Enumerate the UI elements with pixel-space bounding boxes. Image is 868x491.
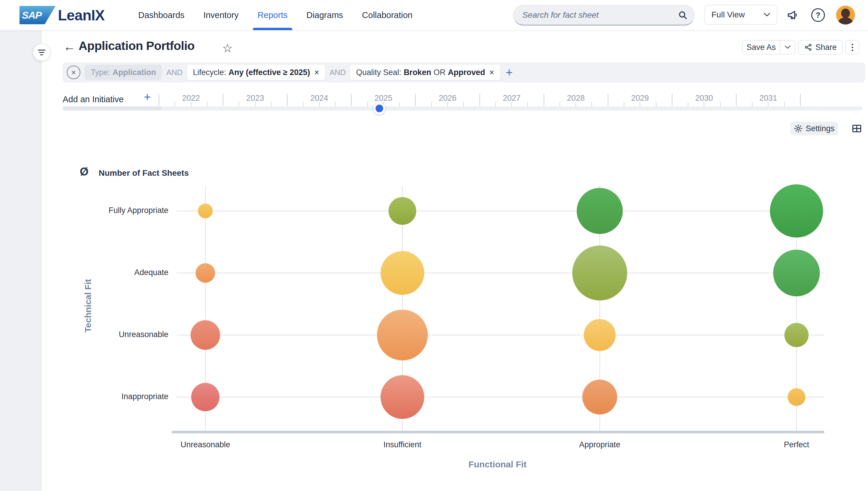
save-as-dropdown-button[interactable]: [780, 40, 795, 54]
chart-bubble-appropriate-adequate[interactable]: [572, 246, 627, 300]
left-rail: [0, 30, 42, 491]
share-label: Share: [815, 43, 837, 52]
y-axis-title: Technical Fit: [83, 279, 93, 333]
add-initiative-button[interactable]: +: [144, 91, 151, 103]
fact-sheet-search[interactable]: [513, 5, 695, 25]
chart-bubble-perfect-adequate[interactable]: [773, 250, 820, 296]
share-icon: [804, 43, 812, 51]
add-filter-button[interactable]: +: [506, 66, 513, 78]
chart-bubble-perfect-inappropriate[interactable]: [788, 388, 805, 406]
remove-filter-icon[interactable]: ×: [489, 68, 494, 78]
sap-logo[interactable]: SAP: [20, 6, 56, 24]
nav-item-dashboards[interactable]: Dashboards: [138, 0, 184, 30]
chart-bubble-unreasonable-unreasonable[interactable]: [191, 320, 220, 350]
timeline-year-label: 2029: [608, 94, 672, 103]
timeline-year-label: 2030: [672, 94, 736, 103]
average-symbol-icon: Ø: [80, 166, 89, 178]
timeline-year-label: 2027: [480, 94, 544, 103]
sap-logo-text: SAP: [20, 9, 42, 21]
add-initiative-label: Add an Initiative: [63, 94, 123, 104]
timeline-year-label: 2023: [223, 94, 287, 103]
filter-lines-icon: [38, 50, 46, 51]
search-icon[interactable]: [678, 10, 688, 20]
chart-horizontal-gridline: [177, 273, 824, 273]
chevron-down-icon: [784, 45, 791, 49]
timeline-year-label: 2031: [736, 94, 800, 103]
x-axis-line: [172, 431, 824, 433]
nav-item-diagrams[interactable]: Diagrams: [307, 0, 343, 30]
filter-chip-type[interactable]: Type: Application: [85, 65, 162, 80]
back-button[interactable]: ←: [63, 39, 76, 54]
megaphone-icon: [787, 9, 799, 21]
chart-bubble-appropriate-fully-appropriate[interactable]: [577, 188, 623, 234]
chart-horizontal-gridline: [177, 335, 824, 335]
user-avatar[interactable]: [836, 6, 855, 25]
view-selector-label: Full View: [712, 10, 745, 20]
chart-bubble-unreasonable-adequate[interactable]: [196, 263, 215, 283]
timeline-track-label-segment: [63, 106, 161, 111]
gear-icon: [794, 124, 803, 133]
chart-horizontal-gridline: [177, 211, 824, 211]
table-grid-icon: [851, 123, 862, 134]
nav-item-inventory[interactable]: Inventory: [203, 0, 238, 30]
x-axis-tick-label: Insufficient: [383, 440, 422, 449]
timeline-slider-handle[interactable]: [376, 105, 383, 112]
kebab-menu-icon: [852, 44, 853, 45]
chart-bubble-appropriate-inappropriate[interactable]: [582, 380, 617, 414]
chart-bubble-insufficient-adequate[interactable]: [380, 251, 424, 295]
filter-panel-toggle-button[interactable]: [33, 44, 50, 61]
filter-bar: × Type: Application AND Lifecycle: Any (…: [63, 62, 865, 82]
help-button[interactable]: ?: [811, 8, 826, 23]
view-selector-button[interactable]: Full View: [705, 5, 777, 25]
settings-label: Settings: [806, 124, 835, 133]
save-as-split-button: Save As: [742, 40, 795, 54]
x-axis-tick-label: Perfect: [784, 440, 809, 449]
timeline-track[interactable]: [63, 106, 863, 111]
x-axis-title: Functional Fit: [469, 459, 527, 469]
top-nav: SAP LeanIX DashboardsInventoryReportsDia…: [0, 0, 868, 30]
timeline-year-label: 2028: [544, 94, 608, 103]
settings-button[interactable]: Settings: [790, 122, 838, 135]
chart-bubble-perfect-unreasonable[interactable]: [784, 323, 809, 347]
y-axis-tick-label: Inappropriate: [68, 392, 168, 401]
close-icon: ×: [71, 68, 76, 77]
clear-filters-button[interactable]: ×: [67, 65, 80, 79]
nav-item-collaboration[interactable]: Collaboration: [362, 0, 412, 30]
chart-bubble-unreasonable-inappropriate[interactable]: [191, 383, 220, 411]
share-button[interactable]: Share: [798, 40, 843, 54]
x-axis-tick-label: Appropriate: [579, 440, 620, 449]
chart-horizontal-gridline: [177, 397, 824, 397]
table-view-button[interactable]: [849, 121, 864, 136]
chart-bubble-insufficient-inappropriate[interactable]: [380, 375, 424, 419]
search-input[interactable]: [522, 10, 678, 20]
chart-bubble-insufficient-unreasonable[interactable]: [377, 310, 428, 360]
timeline-year-label: 2022: [159, 94, 223, 103]
leanix-brand-text[interactable]: LeanIX: [58, 7, 105, 24]
nav-item-reports[interactable]: Reports: [258, 0, 288, 30]
filter-chip-lifecycle[interactable]: Lifecycle: Any (effective ≥ 2025) ×: [187, 65, 325, 80]
save-as-button[interactable]: Save As: [743, 40, 780, 54]
timeline-major-tick: [800, 94, 801, 106]
timeline-year-label: 2025: [351, 94, 415, 103]
remove-filter-icon[interactable]: ×: [314, 68, 319, 78]
chart-bubble-unreasonable-fully-appropriate[interactable]: [198, 204, 213, 218]
chevron-down-icon: [763, 12, 771, 17]
timeline-year-label: 2024: [287, 94, 351, 103]
page-title: Application Portfolio: [79, 39, 195, 53]
timeline-year-label: 2026: [415, 94, 480, 103]
announcements-button[interactable]: [785, 8, 800, 23]
chart-bubble-insufficient-fully-appropriate[interactable]: [388, 197, 416, 225]
chart-bubble-perfect-fully-appropriate[interactable]: [770, 184, 823, 237]
filter-chip-quality-seal[interactable]: Quality Seal: Broken OR Approved ×: [350, 65, 500, 80]
help-icon: ?: [811, 8, 825, 22]
x-axis-tick-label: Unreasonable: [180, 440, 230, 449]
chart-legend-label: Number of Fact Sheets: [99, 168, 189, 178]
main-nav-items: DashboardsInventoryReportsDiagramsCollab…: [138, 0, 412, 30]
y-axis-tick-label: Adequate: [68, 268, 168, 277]
filter-operator: AND: [329, 68, 346, 77]
chart-bubble-appropriate-unreasonable[interactable]: [584, 319, 616, 351]
y-axis-tick-label: Fully Appropriate: [68, 206, 168, 215]
favorite-star-icon[interactable]: ☆: [222, 41, 233, 55]
filter-operator: AND: [166, 68, 182, 77]
more-actions-button[interactable]: [845, 40, 859, 54]
